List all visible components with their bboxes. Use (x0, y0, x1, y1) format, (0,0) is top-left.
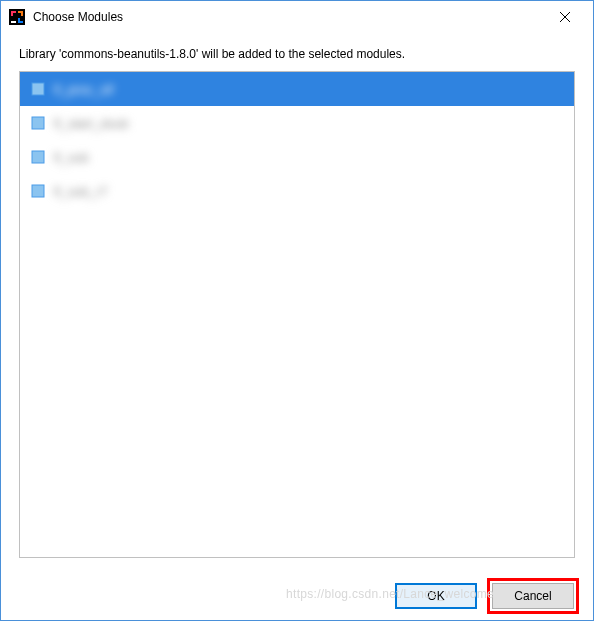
dialog-content: Library 'commons-beanutils-1.8.0' will b… (1, 33, 593, 572)
list-item[interactable]: fl_proc_slf (20, 72, 574, 106)
svg-rect-10 (32, 83, 44, 95)
intellij-icon (9, 9, 25, 25)
svg-rect-12 (32, 151, 44, 163)
close-button[interactable] (545, 3, 585, 31)
module-icon (30, 183, 46, 199)
module-icon (30, 149, 46, 165)
titlebar: Choose Modules (1, 1, 593, 33)
svg-rect-13 (32, 185, 44, 197)
module-icon (30, 81, 46, 97)
svg-rect-7 (18, 21, 23, 23)
button-bar: OK Cancel (1, 572, 593, 620)
module-label: fl_start_dsub (54, 116, 128, 131)
cancel-highlight-annotation: Cancel (487, 578, 579, 614)
module-label: fl_sub (54, 150, 89, 165)
module-list[interactable]: fl_proc_slf fl_start_dsub fl_sub (19, 71, 575, 558)
module-label: fl_sub_r7 (54, 184, 107, 199)
module-label: fl_proc_slf (54, 82, 113, 97)
svg-rect-2 (11, 11, 13, 16)
svg-rect-11 (32, 117, 44, 129)
instruction-text: Library 'commons-beanutils-1.8.0' will b… (19, 47, 575, 61)
ok-button[interactable]: OK (395, 583, 477, 609)
svg-rect-4 (21, 11, 23, 16)
list-item[interactable]: fl_sub_r7 (20, 174, 574, 208)
module-icon (30, 115, 46, 131)
choose-modules-dialog: Choose Modules Library 'commons-beanutil… (0, 0, 594, 621)
svg-rect-5 (11, 21, 16, 23)
cancel-button[interactable]: Cancel (492, 583, 574, 609)
list-item[interactable]: fl_start_dsub (20, 106, 574, 140)
list-item[interactable]: fl_sub (20, 140, 574, 174)
dialog-title: Choose Modules (33, 10, 545, 24)
close-icon (560, 12, 570, 22)
